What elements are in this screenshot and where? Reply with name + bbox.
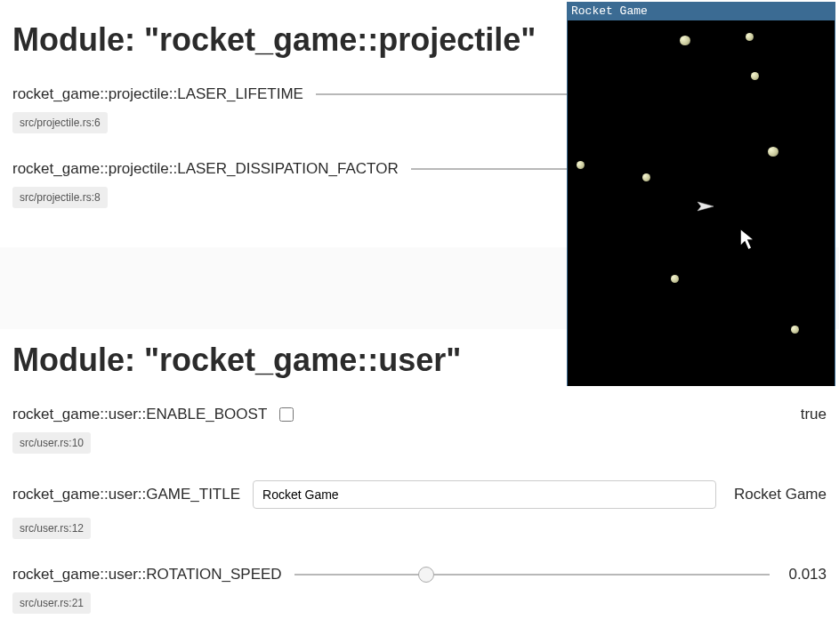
param-row: rocket_game::user::GAME_TITLE Rocket Gam…: [12, 480, 827, 509]
file-tag: src/user.rs:12: [12, 518, 91, 539]
param-label: rocket_game::user::GAME_TITLE: [12, 486, 240, 503]
enable-boost-checkbox[interactable]: [279, 407, 294, 422]
param: rocket_game::user::ROTATION_SPEED 0.013 …: [12, 566, 827, 633]
game-window[interactable]: Rocket Game: [567, 2, 835, 386]
ship-icon: [696, 198, 715, 214]
param-row: rocket_game::user::ROTATION_SPEED 0.013: [12, 566, 827, 584]
cursor-icon: [738, 227, 758, 252]
game-window-title[interactable]: Rocket Game: [568, 3, 835, 20]
asteroid-icon: [577, 161, 585, 169]
file-tag: src/projectile.rs:6: [12, 112, 108, 133]
asteroid-icon: [746, 33, 754, 41]
rotation-speed-slider[interactable]: [294, 574, 770, 576]
asteroid-icon: [642, 173, 650, 181]
param-value: true: [782, 406, 827, 423]
param-label: rocket_game::user::ROTATION_SPEED: [12, 566, 282, 584]
asteroid-icon: [768, 147, 778, 157]
asteroid-icon: [751, 72, 759, 80]
param-row: rocket_game::user::ENABLE_BOOST true: [12, 406, 827, 423]
game-title-input[interactable]: [253, 480, 716, 509]
file-tag: src/projectile.rs:8: [12, 187, 108, 208]
param-label: rocket_game::projectile::LASER_LIFETIME: [12, 85, 303, 103]
param-value: Rocket Game: [729, 486, 827, 503]
svg-marker-0: [698, 202, 714, 211]
param: rocket_game::user::ENABLE_BOOST true src…: [12, 406, 827, 473]
file-tag: src/user.rs:21: [12, 592, 91, 614]
param-value: 0.013: [782, 566, 827, 584]
file-tag: src/user.rs:10: [12, 432, 91, 454]
param-label: rocket_game::user::ENABLE_BOOST: [12, 406, 267, 423]
param: rocket_game::user::GAME_TITLE Rocket Gam…: [12, 480, 827, 559]
game-canvas[interactable]: [568, 20, 835, 386]
param-label: rocket_game::projectile::LASER_DISSIPATI…: [12, 160, 399, 178]
asteroid-icon: [671, 275, 679, 283]
asteroid-icon: [680, 36, 690, 45]
asteroid-icon: [791, 326, 799, 334]
